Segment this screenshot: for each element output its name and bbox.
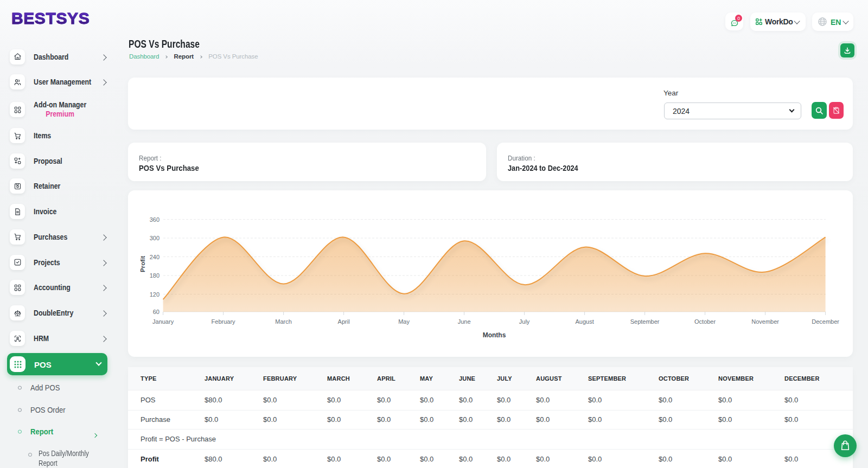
svg-text:Profit: Profit (139, 256, 146, 272)
svg-text:September: September (630, 318, 660, 325)
svg-text:120: 120 (150, 291, 159, 298)
svg-text:60: 60 (153, 309, 159, 315)
svg-text:180: 180 (150, 272, 159, 279)
svg-text:360: 360 (150, 216, 159, 223)
svg-text:April: April (338, 318, 350, 325)
svg-text:November: November (751, 318, 779, 325)
svg-text:February: February (212, 318, 236, 325)
svg-text:May: May (398, 318, 410, 325)
svg-text:July: July (519, 318, 530, 325)
svg-text:300: 300 (150, 235, 159, 241)
svg-text:March: March (275, 318, 292, 325)
svg-text:June: June (458, 318, 471, 325)
svg-text:January: January (152, 318, 174, 325)
svg-text:240: 240 (150, 254, 159, 260)
svg-text:October: October (694, 318, 716, 325)
svg-text:August: August (575, 318, 593, 325)
svg-text:Months: Months (483, 331, 506, 339)
svg-text:December: December (812, 318, 839, 325)
